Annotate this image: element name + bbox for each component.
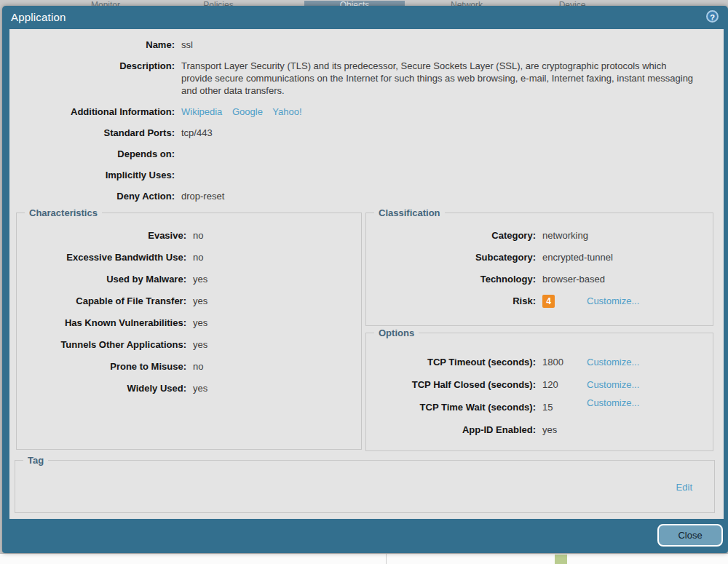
name-value: ssl <box>181 39 193 51</box>
field-row-evasive: Evasive: no <box>17 229 361 242</box>
deny-action-value: drop-reset <box>181 190 224 202</box>
close-button[interactable]: Close <box>657 524 723 547</box>
tcp-timeout-value: 1800 <box>542 356 563 369</box>
app-id-enabled-label: App-ID Enabled: <box>366 424 536 437</box>
field-row-subcategory: Subcategory: encrypted-tunnel <box>366 251 713 264</box>
file-transfer-label: Capable of File Transfer: <box>17 295 186 308</box>
tunnels-other-apps-label: Tunnels Other Applications: <box>17 338 186 351</box>
google-link[interactable]: Google <box>232 106 263 117</box>
excessive-bandwidth-label: Excessive Bandwidth Use: <box>17 251 186 264</box>
risk-badge: 4 <box>542 295 555 308</box>
app-id-enabled-value: yes <box>542 424 557 437</box>
tcp-half-closed-label: TCP Half Closed (seconds): <box>366 378 536 392</box>
field-row-risk: Risk: 4 Customize... <box>366 295 713 308</box>
background-table-sliver <box>0 553 728 564</box>
field-row-tunnels-other-apps: Tunnels Other Applications: yes <box>17 338 361 351</box>
field-row-additional-information: Additional Information: Wikipedia Google… <box>9 106 724 118</box>
dialog-title: Application <box>2 6 728 29</box>
field-row-excessive-bandwidth: Excessive Bandwidth Use: no <box>17 251 361 264</box>
category-label: Category: <box>366 229 536 242</box>
tcp-time-wait-label: TCP Time Wait (seconds): <box>366 401 536 414</box>
risk-label: Risk: <box>366 295 536 308</box>
tag-group: Tag Edit <box>15 460 715 513</box>
technology-value: browser-based <box>542 273 605 286</box>
implicitly-uses-label: Implicitly Uses: <box>9 169 175 181</box>
field-row-technology: Technology: browser-based <box>366 273 713 286</box>
field-row-deny-action: Deny Action: drop-reset <box>9 190 724 202</box>
background-tab-policies: Policies <box>189 1 248 6</box>
evasive-value: no <box>193 229 203 242</box>
field-row-app-id-enabled: App-ID Enabled: yes <box>366 424 713 437</box>
tcp-half-closed-value: 120 <box>542 378 558 392</box>
additional-information-label: Additional Information: <box>9 106 175 118</box>
field-row-depends-on: Depends on: <box>9 148 724 160</box>
deny-action-label: Deny Action: <box>9 190 175 202</box>
tag-edit-link[interactable]: Edit <box>676 481 692 493</box>
field-row-name: Name: ssl <box>9 39 724 51</box>
name-label: Name: <box>9 39 175 51</box>
subcategory-label: Subcategory: <box>366 251 536 264</box>
background-tab-strip: Monitor Policies Objects Network Device <box>0 0 728 6</box>
field-row-category: Category: networking <box>366 229 713 242</box>
dialog-footer: Close <box>2 519 728 553</box>
application-dialog: Application ? Name: ssl Description: Tra… <box>2 6 728 553</box>
field-row-tcp-time-wait: TCP Time Wait (seconds): 15 Customize... <box>366 401 713 414</box>
field-row-implicitly-uses: Implicitly Uses: <box>9 169 724 181</box>
field-row-prone-to-misuse: Prone to Misuse: no <box>17 360 361 373</box>
excessive-bandwidth-value: no <box>193 251 203 264</box>
prone-to-misuse-value: no <box>193 360 203 373</box>
technology-label: Technology: <box>366 273 536 286</box>
standard-ports-label: Standard Ports: <box>9 127 175 139</box>
description-label: Description: <box>9 60 175 97</box>
field-row-standard-ports: Standard Ports: tcp/443 <box>9 127 724 139</box>
widely-used-label: Widely Used: <box>17 382 186 395</box>
field-row-tcp-half-closed: TCP Half Closed (seconds): 120 Customize… <box>366 378 713 392</box>
tcp-timeout-customize-link[interactable]: Customize... <box>587 356 639 369</box>
characteristics-legend: Characteristics <box>25 207 102 219</box>
known-vulnerabilities-value: yes <box>193 317 207 330</box>
category-value: networking <box>542 229 588 242</box>
tcp-time-wait-value: 15 <box>542 401 553 414</box>
tcp-half-closed-customize-link[interactable]: Customize... <box>587 378 639 392</box>
standard-ports-value: tcp/443 <box>181 127 213 139</box>
field-row-widely-used: Widely Used: yes <box>17 382 361 395</box>
used-by-malware-label: Used by Malware: <box>17 273 186 286</box>
description-value: Transport Layer Security (TLS) and its p… <box>181 60 698 97</box>
background-column-divider <box>386 554 387 564</box>
dialog-body: Name: ssl Description: Transport Layer S… <box>9 29 724 519</box>
yahoo-link[interactable]: Yahoo! <box>272 106 301 117</box>
file-transfer-value: yes <box>193 295 207 308</box>
options-legend: Options <box>374 327 419 339</box>
subcategory-value: encrypted-tunnel <box>542 251 613 264</box>
additional-information-links: Wikipedia Google Yahoo! <box>181 106 309 118</box>
background-tab-device: Device <box>532 1 612 6</box>
tunnels-other-apps-value: yes <box>193 338 207 351</box>
field-row-used-by-malware: Used by Malware: yes <box>17 273 361 286</box>
field-row-tcp-timeout: TCP Timeout (seconds): 1800 Customize... <box>366 356 713 369</box>
general-section: Name: ssl Description: Transport Layer S… <box>9 39 724 211</box>
widely-used-value: yes <box>193 382 207 395</box>
background-tab-objects: Objects <box>304 1 405 6</box>
classification-group: Classification Category: networking Subc… <box>365 213 713 326</box>
known-vulnerabilities-label: Has Known Vulnerabilities: <box>17 317 186 330</box>
risk-customize-link[interactable]: Customize... <box>587 295 639 308</box>
tcp-time-wait-customize-link[interactable]: Customize... <box>587 397 639 410</box>
field-row-known-vulnerabilities: Has Known Vulnerabilities: yes <box>17 317 361 330</box>
tag-legend: Tag <box>23 454 48 466</box>
evasive-label: Evasive: <box>17 229 186 242</box>
background-green-cell <box>555 555 567 564</box>
dialog-header: Application ? <box>2 6 728 29</box>
prone-to-misuse-label: Prone to Misuse: <box>17 360 186 373</box>
options-group: Options TCP Timeout (seconds): 1800 Cust… <box>365 333 713 451</box>
classification-legend: Classification <box>374 207 445 219</box>
characteristics-group: Characteristics Evasive: no Excessive Ba… <box>16 213 362 450</box>
background-tab-monitor: Monitor <box>73 1 138 6</box>
field-row-file-transfer: Capable of File Transfer: yes <box>17 295 361 308</box>
depends-on-label: Depends on: <box>9 148 175 160</box>
field-row-description: Description: Transport Layer Security (T… <box>9 60 724 97</box>
wikipedia-link[interactable]: Wikipedia <box>181 106 222 117</box>
help-icon[interactable]: ? <box>706 10 719 23</box>
tcp-timeout-label: TCP Timeout (seconds): <box>366 356 536 369</box>
used-by-malware-value: yes <box>193 273 207 286</box>
background-tab-network: Network <box>419 1 514 6</box>
